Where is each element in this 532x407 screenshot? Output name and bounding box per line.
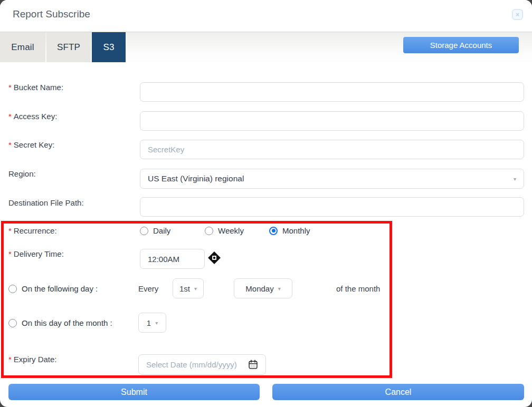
caret-down-icon: ▾ [278,286,281,292]
access-key-label: *Access Key: [8,112,57,121]
caret-down-icon: ▾ [514,176,516,182]
caret-down-icon: ▾ [194,286,197,292]
tab-sftp[interactable]: SFTP [46,32,91,62]
radio-monthly[interactable] [269,227,278,235]
radio-weekly-label: Weekly [218,226,244,235]
delivery-time-input[interactable] [140,249,205,269]
ordinal-dropdown[interactable]: 1st ▾ [173,278,204,298]
day-value: 1 [147,318,151,327]
caret-down-icon: ▾ [155,320,158,326]
expiry-date-input[interactable] [138,354,266,375]
bucket-name-input[interactable] [140,82,524,102]
recurrence-label: *Recurrence: [8,226,57,235]
required-marker: * [8,140,12,149]
destination-file-path-input[interactable] [140,197,524,217]
required-marker: * [8,226,12,235]
access-key-input[interactable] [140,111,524,131]
day-dropdown[interactable]: 1 ▾ [138,313,166,333]
dialog-title: Report Subscribe [13,8,90,20]
expiry-date-label: *Expiry Date: [8,355,57,364]
required-marker: * [8,249,12,258]
tab-s3[interactable]: S3 [92,32,126,62]
day-of-month-label: On this day of the month : [22,318,112,327]
required-marker: * [8,112,12,121]
report-subscribe-dialog: Report Subscribe × Email SFTP S3 Storage… [0,0,532,407]
weekday-dropdown[interactable]: Monday ▾ [234,278,292,298]
recurrence-option-daily[interactable]: Daily [140,226,170,235]
radio-day-of-month[interactable] [8,319,17,327]
close-icon: × [516,11,519,18]
recurrence-option-monthly[interactable]: Monthly [269,226,310,235]
dialog-header: Report Subscribe × [0,0,532,32]
radio-daily-label: Daily [153,226,170,235]
region-select[interactable]: US East (Virginia) regional ▾ [140,169,524,189]
day-of-month-option[interactable]: On this day of the month : [8,318,112,327]
secret-key-input[interactable] [140,140,524,159]
ordinal-value: 1st [179,284,190,293]
cancel-button[interactable]: Cancel [272,384,524,400]
radio-weekly[interactable] [205,227,213,235]
tab-bar: Email SFTP S3 Storage Accounts [0,32,532,62]
submit-button[interactable]: Submit [8,384,260,400]
storage-accounts-button[interactable]: Storage Accounts [403,37,519,53]
destination-file-path-label: Destination File Path: [8,198,84,207]
region-value: US East (Virginia) regional [148,174,514,183]
of-the-month-text: of the month [336,284,380,293]
every-text: Every [138,284,158,293]
delivery-time-label: *Delivery Time: [8,249,64,258]
required-marker: * [8,355,12,364]
close-button[interactable]: × [512,9,523,20]
secret-key-label: *Secret Key: [8,140,54,149]
region-label: Region: [8,169,36,178]
time-picker-toggle-icon[interactable] [207,251,221,267]
radio-monthly-label: Monthly [282,226,310,235]
weekday-value: Monday [245,284,273,293]
bucket-name-label: *Bucket Name: [8,83,63,92]
following-day-label: On the following day : [22,284,98,293]
recurrence-option-weekly[interactable]: Weekly [205,226,244,235]
radio-daily[interactable] [140,227,148,235]
required-marker: * [8,83,12,92]
radio-following-day[interactable] [8,285,17,293]
tab-email[interactable]: Email [0,32,45,62]
following-day-option[interactable]: On the following day : [8,284,98,293]
